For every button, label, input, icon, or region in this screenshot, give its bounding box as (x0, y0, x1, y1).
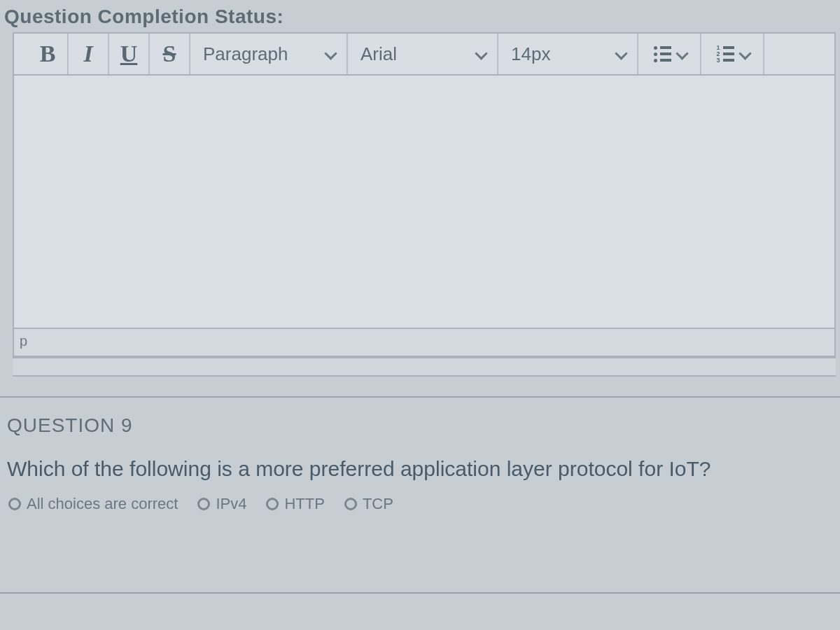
chevron-down-icon (738, 47, 752, 61)
italic-button[interactable]: I (69, 34, 109, 74)
question-prompt: Which of the following is a more preferr… (7, 455, 833, 484)
bulleted-list-select[interactable] (638, 34, 701, 74)
choice-tcp[interactable]: TCP (344, 495, 393, 513)
chevron-down-icon (324, 47, 338, 61)
editor-content-area[interactable] (14, 76, 834, 328)
bold-button[interactable]: B (28, 34, 69, 74)
choice-label: HTTP (284, 495, 324, 513)
paragraph-style-select[interactable]: Paragraph (190, 34, 348, 74)
radio-icon (197, 498, 210, 510)
chevron-down-icon (475, 47, 489, 61)
completion-status-label: Question Completion Status: (0, 0, 840, 32)
font-size-value: 14px (511, 43, 550, 65)
bottom-rule (0, 592, 840, 594)
paragraph-style-value: Paragraph (203, 43, 288, 65)
numbered-list-icon: 1 2 3 (716, 46, 734, 62)
editor-path-bar: p (14, 328, 834, 356)
strikethrough-button[interactable]: S (150, 34, 190, 74)
font-family-select[interactable]: Arial (348, 34, 498, 74)
radio-icon (266, 498, 279, 510)
choice-label: TCP (363, 495, 393, 513)
editor-toolbar: B I U S Paragraph Arial 14px 1 (14, 34, 834, 76)
choice-label: All choices are correct (27, 495, 178, 513)
section-divider (0, 377, 840, 398)
question-number: QUESTION 9 (7, 414, 833, 437)
answer-choices: All choices are correct IPv4 HTTP TCP (7, 495, 833, 513)
font-size-select[interactable]: 14px (498, 34, 638, 74)
choice-http[interactable]: HTTP (266, 495, 324, 513)
spacer-row (13, 357, 836, 377)
choice-label: IPv4 (216, 495, 246, 513)
radio-icon (344, 498, 357, 510)
radio-icon (8, 498, 21, 510)
rich-text-editor: B I U S Paragraph Arial 14px 1 (13, 32, 836, 357)
font-family-value: Arial (360, 43, 397, 65)
question-block: QUESTION 9 Which of the following is a m… (0, 398, 840, 513)
chevron-down-icon (615, 47, 629, 61)
underline-button[interactable]: U (109, 34, 150, 74)
choice-ipv4[interactable]: IPv4 (197, 495, 246, 513)
choice-all-correct[interactable]: All choices are correct (8, 495, 178, 513)
numbered-list-select[interactable]: 1 2 3 (701, 34, 764, 74)
bulleted-list-icon (654, 46, 671, 62)
chevron-down-icon (676, 47, 690, 61)
